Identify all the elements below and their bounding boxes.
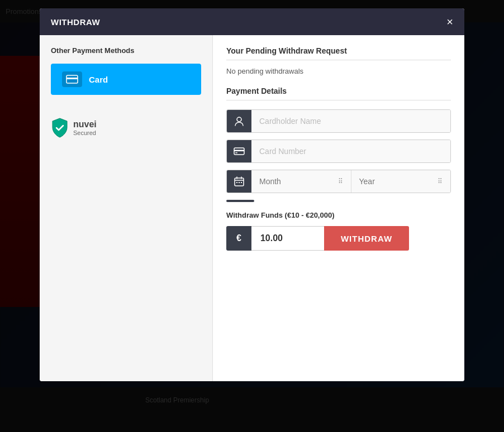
card-icon [62, 71, 82, 87]
payment-details-section: Payment Details [226, 87, 451, 251]
modal-overlay: WITHDRAW × Other Payment Methods Card [0, 0, 504, 432]
nuvei-shield-icon [51, 117, 69, 138]
close-button[interactable]: × [446, 16, 453, 27]
year-input[interactable] [359, 170, 438, 193]
no-pending-text: No pending withdrawals [226, 67, 451, 75]
withdraw-funds-label: Withdraw Funds (€10 - €20,000) [226, 211, 451, 219]
card-number-icon [227, 140, 251, 162]
calendar-icon [227, 170, 251, 193]
date-input-group: ⠿ ⠿ [226, 170, 451, 193]
cardholder-input-group [226, 109, 451, 133]
nuvei-logo: nuvei Secured [51, 117, 201, 138]
pending-section: Your Pending Withdraw Request No pending… [226, 46, 451, 75]
card-number-input-group [226, 140, 451, 163]
user-icon [227, 110, 251, 132]
withdraw-modal: WITHDRAW × Other Payment Methods Card [40, 8, 464, 381]
svg-rect-9 [241, 182, 242, 183]
svg-rect-8 [239, 182, 240, 183]
pending-title: Your Pending Withdraw Request [226, 46, 451, 60]
payment-methods-title: Other Payment Methods [51, 46, 201, 55]
card-label: Card [89, 75, 108, 84]
withdraw-input-row: € WITHDRAW [226, 226, 451, 251]
left-panel: Other Payment Methods Card [40, 35, 213, 381]
card-payment-button[interactable]: Card [51, 64, 201, 95]
right-panel: Your Pending Withdraw Request No pending… [213, 35, 464, 381]
svg-point-2 [237, 117, 241, 122]
currency-badge: € [226, 226, 251, 251]
modal-title: WITHDRAW [51, 17, 100, 27]
svg-rect-5 [235, 152, 237, 153]
year-grid-icon: ⠿ [438, 177, 443, 185]
nuvei-text: nuvei Secured [73, 119, 97, 136]
withdraw-button[interactable]: WITHDRAW [324, 226, 409, 251]
card-number-input[interactable] [251, 140, 450, 162]
month-grid-icon: ⠿ [338, 177, 343, 185]
month-input[interactable] [259, 170, 338, 193]
svg-rect-7 [236, 182, 237, 183]
payment-details-title: Payment Details [226, 87, 451, 100]
month-field-wrap: ⠿ [251, 170, 351, 193]
year-field-wrap: ⠿ [351, 170, 451, 193]
scroll-indicator [226, 200, 254, 202]
svg-rect-4 [234, 150, 244, 152]
svg-rect-1 [66, 78, 78, 79]
cardholder-name-input[interactable] [251, 110, 450, 132]
modal-header: WITHDRAW × [40, 8, 464, 35]
amount-input[interactable] [251, 226, 324, 251]
nuvei-brand-name: nuvei [73, 119, 97, 129]
modal-body: Other Payment Methods Card [40, 35, 464, 381]
nuvei-secured-label: Secured [73, 129, 97, 136]
